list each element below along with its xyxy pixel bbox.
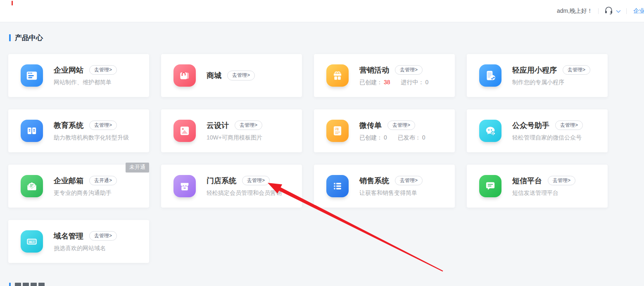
- stat-item: 已创建：38: [359, 79, 390, 86]
- product-title: 云设计: [207, 121, 229, 130]
- product-subtitle: 更专业的商务沟通助手: [54, 189, 117, 197]
- page-title: 产品中心: [15, 33, 43, 43]
- manage-button-store[interactable]: 去管理>: [242, 176, 270, 185]
- wechat-assistant-icon: [479, 120, 501, 142]
- product-title: 商城: [207, 71, 221, 80]
- manage-button-sms[interactable]: 去管理>: [548, 176, 575, 185]
- product-subtitle: 挑选喜欢的网站域名: [54, 245, 117, 252]
- product-card-miniapp[interactable]: 轻应用小程序 去管理> 制作您的专属小程序: [467, 54, 608, 97]
- product-title: 微传单: [359, 121, 382, 130]
- stat-label: 已创建：: [359, 79, 383, 85]
- support-dropdown[interactable]: [604, 6, 621, 16]
- enterprise-link[interactable]: 企业: [633, 7, 644, 15]
- product-title: 营销活动: [359, 65, 389, 75]
- product-stats: 已创建：0已发布：0: [359, 134, 425, 142]
- manage-button-sales[interactable]: 去管理>: [395, 176, 423, 185]
- product-subtitle: 制作您的专属小程序: [512, 79, 590, 86]
- website-icon: [21, 64, 43, 87]
- product-card-mall[interactable]: 商城 去管理>: [161, 54, 302, 97]
- product-subtitle: 轻松管理自家的微信公众号: [512, 134, 583, 142]
- section-accent-bar: [9, 283, 11, 286]
- product-card-domain[interactable]: w.= 域名管理 去管理> 挑选喜欢的网站域名: [8, 220, 149, 263]
- product-subtitle: 网站制作、维护都简单: [54, 79, 117, 86]
- product-card-store[interactable]: 门店系统 去管理> 轻松搞定会员管理和会员营销: [161, 165, 302, 208]
- product-card-mail[interactable]: 企业邮箱 去开通> 更专业的商务沟通助手 未开通: [8, 165, 149, 208]
- top-bar-right: adm,晚上好！ 企业: [557, 0, 644, 22]
- activate-button-mail[interactable]: 去开通>: [89, 176, 117, 185]
- stat-item: 进行中：0: [401, 79, 429, 86]
- stat-value: 0: [384, 134, 387, 141]
- product-title: 教育系统: [54, 121, 83, 130]
- product-card-design[interactable]: 云设计 去管理> 10W+可商用模板图片: [161, 109, 302, 152]
- manage-button-design[interactable]: 去管理>: [235, 121, 262, 130]
- product-subtitle: 助力教培机构数字化转型升级: [54, 134, 129, 142]
- stat-label: 已发布：: [398, 134, 421, 141]
- manage-button-marketing[interactable]: 去管理>: [395, 65, 423, 75]
- stat-value: 0: [425, 79, 429, 85]
- manage-button-mall[interactable]: 去管理>: [227, 71, 255, 80]
- manage-button-education[interactable]: 去管理>: [89, 121, 117, 130]
- flyer-icon: [326, 120, 349, 142]
- product-card-sms[interactable]: 短信平台 去管理> 短信发送管理平台: [467, 165, 608, 208]
- product-title: 短信平台: [512, 176, 542, 186]
- divider: [598, 8, 599, 14]
- manage-button-domain[interactable]: 去管理>: [89, 231, 117, 241]
- product-title: 销售系统: [359, 176, 389, 186]
- education-icon: [21, 120, 43, 142]
- red-mark: [12, 1, 13, 5]
- chevron-down-icon: [616, 7, 621, 15]
- manage-button-website[interactable]: 去管理>: [89, 65, 117, 75]
- product-card-flyer[interactable]: 微传单 去管理> 已创建：0已发布：0: [314, 109, 455, 152]
- stat-value: 38: [384, 79, 390, 85]
- section-heading-cutoff: [9, 283, 46, 286]
- product-subtitle: 轻松搞定会员管理和会员营销: [207, 189, 282, 197]
- store-icon: [173, 175, 196, 197]
- mail-icon: [21, 175, 43, 197]
- product-title: 域名管理: [54, 231, 83, 241]
- domain-icon: w.=: [21, 230, 43, 253]
- product-card-marketing[interactable]: 营销活动 去管理> 已创建：38进行中：0: [314, 54, 455, 97]
- stat-item: 已发布：0: [398, 134, 425, 142]
- product-subtitle: 短信发送管理平台: [512, 189, 575, 197]
- manage-button-wechat[interactable]: 去管理>: [555, 121, 583, 130]
- product-card-sales[interactable]: 销售系统 去管理> 让获客和销售变得简单: [314, 165, 455, 208]
- stat-label: 进行中：: [401, 79, 424, 85]
- product-title: 轻应用小程序: [512, 65, 557, 75]
- product-title: 企业邮箱: [54, 176, 83, 186]
- divider: [626, 8, 627, 14]
- sms-icon: [479, 175, 501, 197]
- stat-value: 0: [422, 134, 425, 141]
- stat-item: 已创建：0: [359, 134, 387, 142]
- top-bar: adm,晚上好！ 企业: [0, 0, 644, 22]
- product-grid: 企业网站 去管理> 网站制作、维护都简单 商城 去管理> 营销活动 去管理> 已…: [8, 54, 608, 263]
- product-subtitle: 让获客和销售变得简单: [359, 189, 423, 197]
- svg-text:w.=: w.=: [29, 240, 35, 244]
- product-card-website[interactable]: 企业网站 去管理> 网站制作、维护都简单: [8, 54, 149, 97]
- miniprogram-icon: [479, 64, 501, 87]
- design-icon: [173, 120, 196, 142]
- not-activated-badge: 未开通: [126, 163, 149, 173]
- headset-icon: [604, 6, 613, 16]
- product-title: 公众号助手: [512, 121, 549, 130]
- product-subtitle: 10W+可商用模板图片: [207, 134, 262, 142]
- user-greeting: adm,晚上好！: [557, 7, 593, 15]
- product-card-wechat[interactable]: 公众号助手 去管理> 轻松管理自家的微信公众号: [467, 109, 608, 152]
- product-title: 门店系统: [207, 176, 236, 186]
- section-accent-bar: [9, 34, 11, 41]
- manage-button-flyer[interactable]: 去管理>: [387, 121, 415, 130]
- sales-icon: [326, 175, 349, 197]
- gift-icon: [326, 64, 349, 87]
- product-card-education[interactable]: 教育系统 去管理> 助力教培机构数字化转型升级: [8, 109, 149, 152]
- product-stats: 已创建：38进行中：0: [359, 79, 428, 86]
- product-title: 企业网站: [54, 65, 83, 75]
- mall-icon: [173, 64, 196, 87]
- section-heading: 产品中心: [9, 33, 43, 43]
- manage-button-miniapp[interactable]: 去管理>: [563, 65, 590, 75]
- stat-label: 已创建：: [359, 134, 383, 141]
